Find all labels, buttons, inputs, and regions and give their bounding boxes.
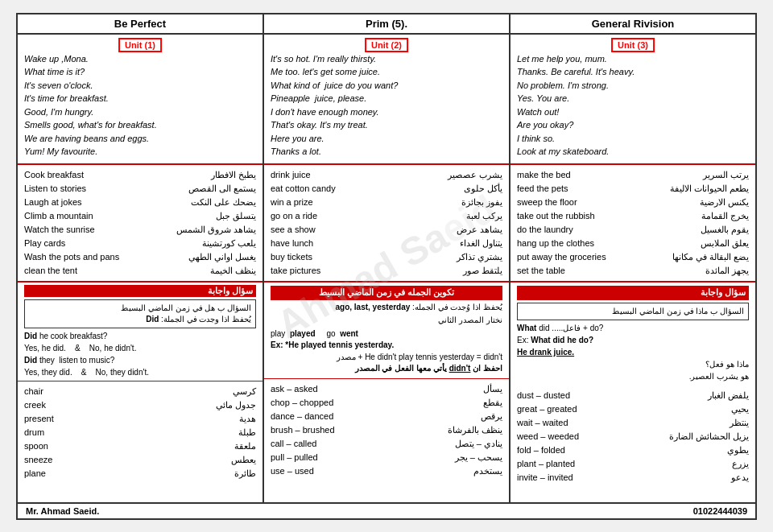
words-row: great – greatedيحيي (517, 402, 749, 416)
words-row: weed – weededيزيل الحشائش الضارة (517, 430, 749, 443)
header-col1: Be Perfect (18, 14, 264, 33)
vocab-row: make the bedيرتب السرير (517, 168, 749, 182)
grammar-title: تكوين الجمله في زمن الماضي البسيط (271, 286, 502, 300)
vocab-row: feed the petsيطعم الحيوانات الاليفة (517, 182, 749, 196)
words-row: spoonملعقة (24, 439, 256, 453)
vocab-row: take out the rubbishيخرج القمامة (517, 209, 749, 223)
footer-right: 01022444039 (693, 506, 747, 516)
header-col2: Prim (5). (264, 14, 511, 33)
vocab-row: win a prizeيفوز بجائزة (271, 196, 502, 209)
words-row: call – calledينادي – يتصل (271, 437, 502, 451)
main-page: Ahmad Saeid Be Perfect Prim (5). General… (16, 13, 757, 520)
unit1-badge: Unit (1) (118, 38, 162, 52)
col2-grammar: تكوين الجمله في زمن الماضي البسيط يُحفظ … (264, 282, 509, 379)
vocab-row: do the laundryيقوم بالغسيل (517, 223, 749, 237)
words-row: ask – askedيسأل (271, 382, 502, 396)
col2-vocab: drink juiceيشرب عصصير eat cotton candyيأ… (264, 165, 509, 282)
col3-grammar: سؤال واجابة السؤال ب ماذا في زمن الماضي … (511, 282, 755, 386)
vocab-row: sweep the floorيكنس الارضية (517, 196, 749, 209)
words-row: invite – invitedيدعو (517, 471, 749, 485)
column-1: Unit (1) Wake up ,Mona. What time is it?… (18, 35, 264, 502)
column-3: Unit (3) Let me help you, mum. Thanks. B… (511, 35, 755, 502)
words-row: sneezeيعطس (24, 453, 256, 467)
vocab-row: Wash the pots and pans يغسل اواني الطهي (24, 250, 256, 264)
vocab-row: Watch the sunrise يشاهد شروق الشمس (24, 223, 256, 237)
col1-vocab: Cook breakfast يطبخ الافطار Listen to st… (18, 165, 262, 282)
vocab-row: Cook breakfast يطبخ الافطار (24, 168, 256, 182)
words-row: dance – dancedيرقص (271, 410, 502, 423)
unit2-badge: Unit (2) (365, 38, 408, 52)
words-row: dust – dustedيلفض الغبار (517, 389, 749, 402)
words-row: plant – plantedيزرع (517, 457, 749, 471)
vocab-row: eat cotton candyيأكل حلوى (271, 182, 502, 196)
col2-dialogue: It's so hot. I'm really thirsty. Me too.… (264, 35, 509, 165)
words-row: presentهدية (24, 412, 256, 426)
col3-words: dust – dustedيلفض الغبار great – greated… (511, 386, 755, 488)
vocab-row: go on a rideيركب لعبة (271, 209, 502, 223)
vocab-row: Climb a mountain يتسلق جبل (24, 209, 256, 223)
vocab-row: Play cards يلعب كورتشينة (24, 237, 256, 250)
header-row: Be Perfect Prim (5). General Rivision (18, 14, 755, 35)
col1-dialogue: Wake up ,Mona. What time is it? It's sev… (18, 35, 262, 165)
vocab-row: have lunchيتناول الغداء (271, 237, 502, 250)
words-row: drumطبلة (24, 426, 256, 439)
content-row: Unit (1) Wake up ,Mona. What time is it?… (18, 35, 755, 502)
col2-words: ask – askedيسأل chop – choppedيقطع dance… (264, 379, 509, 481)
vocab-row: set the tableيجهز المائدة (517, 264, 749, 278)
footer: Mr. Ahmad Saeid. 01022444039 (18, 502, 755, 518)
words-row: chop – choppedيقطع (271, 396, 502, 410)
vocab-row: put away the groceriesيضع البقالة في مكا… (517, 250, 749, 264)
column-2: Unit (2) It's so hot. I'm really thirsty… (264, 35, 511, 502)
words-row: chairكرسي (24, 385, 256, 398)
col3-dialogue: Let me help you, mum. Thanks. Be careful… (511, 35, 755, 165)
col1-words: chairكرسي creekجدول مائي presentهدية dru… (18, 381, 262, 484)
vocab-row: buy ticketsيشتري تذاكر (271, 250, 502, 264)
words-row: use – usedيستخدم (271, 464, 502, 478)
words-row: brush – brushedينظف بالفرشاة (271, 423, 502, 437)
footer-left: Mr. Ahmad Saeid. (26, 506, 99, 516)
words-row: fold – foldedيطوي (517, 443, 749, 457)
vocab-row: see a showيشاهد عرض (271, 223, 502, 237)
words-row: creekجدول مائي (24, 398, 256, 412)
vocab-row: drink juiceيشرب عصصير (271, 168, 502, 182)
vocab-row: take picturesيلتقط صور (271, 264, 502, 278)
vocab-row: Listen to stories يستمع الى القصص (24, 182, 256, 196)
words-row: planeطائرة (24, 467, 256, 480)
header-col3: General Rivision (511, 14, 755, 33)
vocab-row: Laugh at jokes يضحك على النكت (24, 196, 256, 209)
words-row: wait – waitedينتظر (517, 416, 749, 430)
vocab-row: hang up the clothesيعلق الملابس (517, 237, 749, 250)
grammar-title-ar: سؤال واجابة (24, 285, 256, 297)
grammar-title-ar: سؤال واجابة (517, 286, 749, 300)
col3-vocab: make the bedيرتب السرير feed the petsيطع… (511, 165, 755, 282)
words-row: pull – pulledيسحب – يجر (271, 451, 502, 464)
col1-grammar: سؤال واجابة السؤال ب هل في زمن الماضي ال… (18, 282, 262, 381)
vocab-row: clean the tent ينظف الخيمة (24, 264, 256, 278)
unit3-badge: Unit (3) (611, 38, 655, 52)
